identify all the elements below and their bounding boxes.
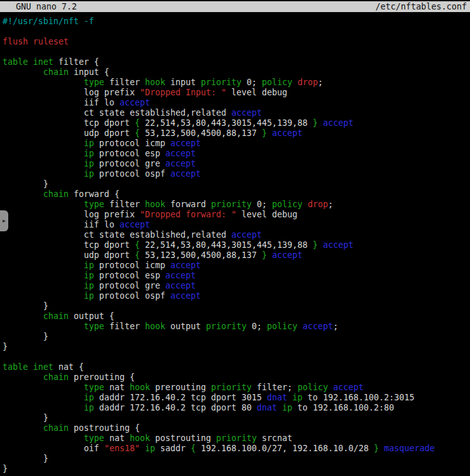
code-line: } [3,413,470,423]
code-line [3,27,470,37]
code-line: oif "ens18" ip saddr { 192.168.100.0/27,… [3,444,470,454]
code-line: ct state established,related accept [3,108,470,118]
app-title: GNU nano 7.2 [6,1,77,12]
code-line: } [3,332,470,342]
code-line: chain input { [3,67,470,78]
code-line: log prefix "Dropped Input: " level debug [3,88,470,98]
code-line: ip protocol esp accept [3,149,470,159]
code-line: udp dport { 53,123,500,4500,88,137 } acc… [3,250,470,261]
code-line: ip protocol icmp accept [3,261,470,271]
code-line: type filter hook output priority 0; poli… [3,322,470,332]
code-line: type nat hook prerouting priority filter… [3,383,470,393]
panel-reveal-tab[interactable]: ▶ [0,210,8,231]
code-line: chain prerouting { [3,372,470,383]
code-line: ip protocol gre accept [3,281,470,291]
code-line: ip protocol gre accept [3,159,470,169]
code-line: type filter hook input priority 0; polic… [3,78,470,88]
code-line: tcp dport { 22,514,53,80,443,3015,445,13… [3,118,470,128]
code-line: iif lo accept [3,98,470,108]
arrow-right-icon: ▶ [3,219,6,224]
terminal[interactable]: GNU nano 7.2 /etc/nftables.conf #!/usr/s… [0,1,470,474]
editor-lines[interactable]: #!/usr/sbin/nft -fflush rulesettable ine… [0,12,470,474]
code-line: type nat hook postrouting priority srcna… [3,433,470,444]
code-line: flush ruleset [3,37,470,47]
code-line: ip protocol esp accept [3,271,470,281]
code-line: chain forward { [3,189,470,200]
code-line [3,352,470,362]
code-line: } [3,179,470,189]
code-line: table inet nat { [3,362,470,372]
code-line: tcp dport { 22,514,53,80,443,3015,445,13… [3,240,470,250]
file-path: /etc/nftables.conf [375,1,467,12]
code-line: chain postrouting { [3,423,470,433]
code-line: } [3,301,470,311]
code-line: iif lo accept [3,220,470,230]
code-line: ip protocol ospf accept [3,169,470,179]
code-line: ip protocol icmp accept [3,139,470,149]
code-line: ct state established,related accept [3,230,470,240]
code-line: type filter hook forward priority 0; pol… [3,200,470,210]
code-line: ip daddr 172.16.40.2 tcp dport 3015 dnat… [3,393,470,403]
code-line [3,47,470,57]
code-line: udp dport { 53,123,500,4500,88,137 } acc… [3,128,470,139]
code-line: ip protocol ospf accept [3,291,470,301]
code-line: } [3,464,470,474]
code-line: log prefix "Dropped forward: " level deb… [3,210,470,220]
code-line: table inet filter { [3,57,470,67]
code-line: } [3,342,470,352]
nano-title-bar: GNU nano 7.2 /etc/nftables.conf [0,1,470,12]
code-line: ip daddr 172.16.40.2 tcp dport 80 dnat i… [3,403,470,413]
code-line: } [3,454,470,464]
code-line: chain output { [3,311,470,322]
code-line: #!/usr/sbin/nft -f [3,17,470,27]
